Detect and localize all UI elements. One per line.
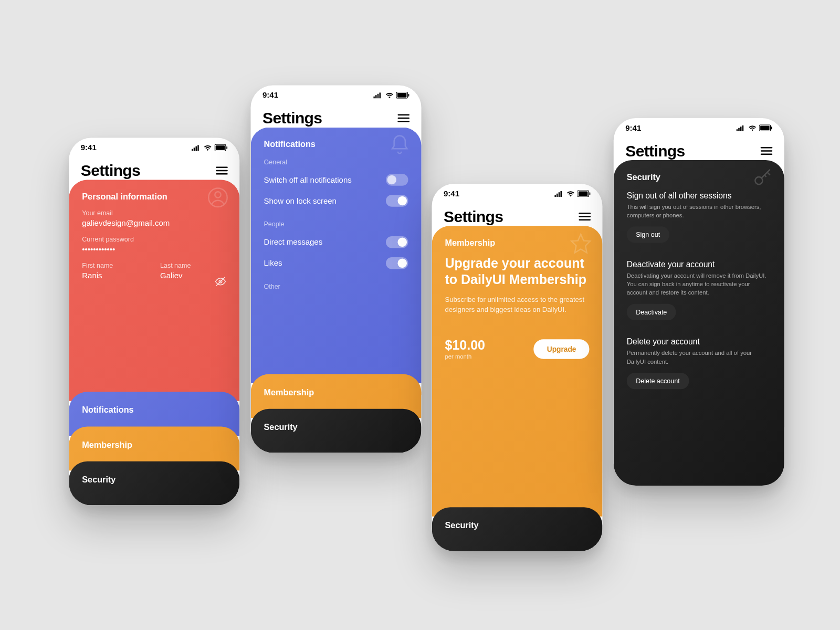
toggle-likes[interactable]	[386, 257, 408, 269]
battery-icon	[759, 125, 772, 132]
svg-rect-5	[216, 145, 225, 150]
svg-rect-1	[194, 148, 195, 151]
toggle-switch-off[interactable]	[386, 174, 408, 186]
tab-security[interactable]: Security	[69, 461, 239, 506]
signal-icon	[737, 125, 746, 131]
svg-rect-2	[196, 146, 197, 151]
firstname-value[interactable]: Ranis	[82, 271, 148, 280]
svg-rect-13	[377, 93, 379, 98]
statusbar: 9:41	[614, 118, 784, 138]
statusbar: 9:41	[69, 138, 239, 158]
status-time: 9:41	[262, 91, 278, 100]
section-notifications[interactable]: Notifications General Switch off all not…	[251, 128, 422, 384]
signal-icon	[554, 191, 564, 196]
deactivate-button[interactable]: Deactivate	[627, 304, 676, 320]
svg-rect-14	[380, 92, 381, 98]
delete-button[interactable]: Delete account	[627, 373, 689, 389]
tab-security-label: Security	[82, 475, 226, 485]
statusbar: 9:41	[432, 184, 603, 204]
row-lock-screen: Show on lock screen	[264, 191, 408, 212]
svg-rect-23	[579, 191, 588, 196]
tab-security[interactable]: Security	[251, 409, 422, 453]
svg-point-8	[215, 192, 220, 197]
password-value[interactable]: ••••••••••••	[82, 245, 226, 254]
status-time: 9:41	[625, 123, 641, 133]
signout-title: Sign out of all other sessions	[627, 191, 771, 201]
svg-rect-11	[373, 96, 375, 98]
section-title-notifications: Notifications	[264, 139, 408, 149]
section-title-security: Security	[627, 172, 771, 182]
svg-rect-31	[760, 125, 770, 130]
section-title-personal: Personal information	[82, 192, 226, 202]
tab-security[interactable]: Security	[432, 507, 603, 551]
password-label: Current password	[82, 236, 226, 243]
section-security[interactable]: Security Sign out of all other sessions …	[614, 160, 784, 486]
deactivate-desc: Deactivating your account will remove it…	[627, 272, 771, 298]
group-general: General	[264, 158, 408, 165]
svg-rect-24	[590, 192, 591, 195]
wifi-icon	[566, 191, 575, 196]
membership-headline: Upgrade your account to DailyUI Membersh…	[445, 255, 590, 288]
row-dm: Direct messages	[264, 232, 408, 253]
eye-off-icon[interactable]	[215, 276, 227, 288]
menu-button[interactable]	[398, 114, 410, 122]
membership-subtext: Subscribe for unlimited access to the gr…	[445, 295, 590, 314]
email-value[interactable]: galievdesign@gmail.com	[82, 218, 226, 228]
menu-button[interactable]	[761, 147, 773, 155]
toggle-dm[interactable]	[386, 236, 408, 248]
block-deactivate: Deactivate your account Deactivating you…	[627, 260, 771, 320]
menu-button[interactable]	[579, 213, 591, 220]
phone-notifications: 9:41 Settings Notifications General Swit…	[251, 86, 422, 453]
dm-label: Direct messages	[264, 238, 323, 247]
svg-marker-25	[572, 234, 590, 253]
person-icon	[207, 186, 229, 209]
svg-rect-18	[554, 195, 556, 197]
tab-security-label: Security	[445, 520, 590, 530]
page-title: Settings	[262, 109, 322, 128]
toggle-lock-screen[interactable]	[386, 195, 408, 207]
delete-desc: Permanently delete your account and all …	[627, 349, 771, 366]
svg-rect-28	[740, 127, 742, 131]
signout-button[interactable]: Sign out	[627, 226, 669, 243]
signal-icon	[192, 145, 201, 151]
menu-button[interactable]	[216, 167, 228, 175]
phone-personal: 9:41 Settings Personal information Your …	[69, 138, 239, 506]
firstname-label: First name	[82, 262, 148, 269]
membership-price: $10.00	[445, 338, 485, 353]
deactivate-title: Deactivate your account	[627, 260, 771, 269]
lock-screen-label: Show on lock screen	[264, 196, 337, 206]
group-other: Other	[264, 283, 408, 290]
svg-rect-16	[397, 93, 407, 98]
svg-rect-17	[408, 94, 410, 97]
svg-rect-19	[556, 193, 558, 196]
status-time: 9:41	[81, 143, 97, 153]
svg-rect-26	[737, 129, 738, 131]
status-time: 9:41	[444, 189, 459, 198]
row-likes: Likes	[264, 253, 408, 274]
block-signout: Sign out of all other sessions This will…	[627, 191, 771, 243]
key-icon	[751, 167, 774, 190]
svg-rect-27	[738, 128, 740, 131]
statusbar: 9:41	[251, 86, 422, 106]
battery-icon	[396, 92, 410, 99]
star-icon	[570, 233, 592, 255]
svg-rect-29	[742, 125, 744, 131]
svg-rect-3	[197, 145, 199, 151]
section-membership[interactable]: Membership Upgrade your account to Daily…	[432, 226, 603, 517]
signal-icon	[373, 92, 383, 98]
tab-membership-label: Membership	[264, 387, 408, 397]
membership-period: per month	[445, 353, 485, 360]
tab-security-label: Security	[264, 422, 408, 432]
section-personal[interactable]: Personal information Your email galievde…	[69, 180, 239, 401]
delete-title: Delete your account	[627, 338, 771, 347]
lastname-label: Last name	[160, 262, 226, 269]
battery-icon	[215, 144, 228, 151]
section-title-membership: Membership	[445, 238, 590, 248]
svg-point-33	[755, 177, 762, 184]
status-icons	[192, 144, 228, 151]
switch-off-label: Switch off all notifications	[264, 175, 352, 185]
status-icons	[737, 125, 773, 132]
phone-security: 9:41 Settings Security Sign out of all o…	[614, 118, 784, 486]
upgrade-button[interactable]: Upgrade	[534, 339, 590, 359]
battery-icon	[578, 191, 591, 197]
